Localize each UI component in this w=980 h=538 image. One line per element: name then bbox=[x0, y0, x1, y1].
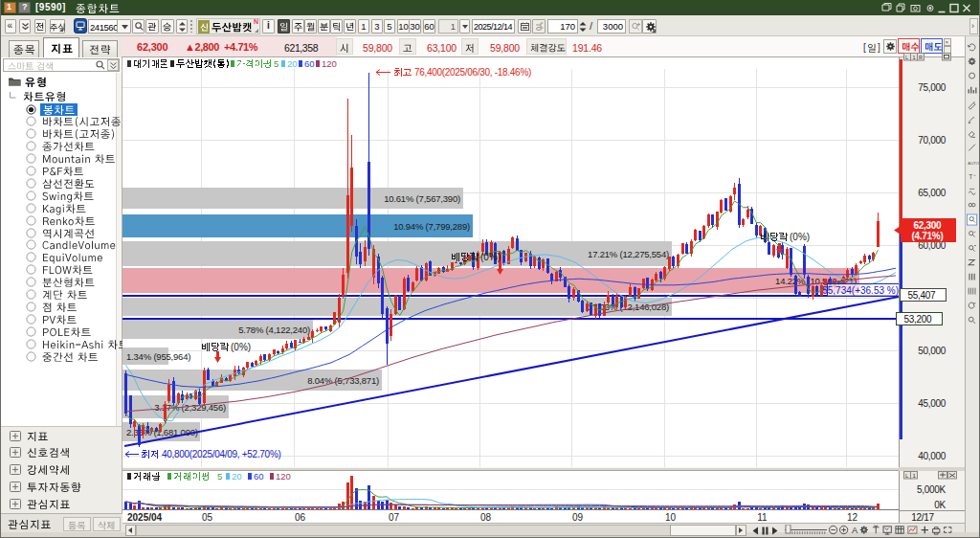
svg-text:+: + bbox=[973, 172, 976, 177]
svg-text:5: 5 bbox=[274, 58, 278, 69]
svg-text:55,734(+36.53 %): 55,734(+36.53 %) bbox=[822, 285, 899, 296]
svg-text:AUTO: AUTO bbox=[968, 161, 979, 166]
svg-text:11: 11 bbox=[757, 512, 768, 523]
svg-text:120: 120 bbox=[276, 471, 291, 482]
svg-text:5.78% (4,122,240): 5.78% (4,122,240) bbox=[238, 325, 310, 335]
svg-text:T: T bbox=[969, 173, 972, 180]
svg-text:2.36% (1,681,090): 2.36% (1,681,090) bbox=[126, 427, 198, 437]
svg-text:R: R bbox=[919, 55, 923, 60]
svg-text:60: 60 bbox=[304, 58, 315, 69]
svg-text:20: 20 bbox=[287, 58, 298, 69]
svg-text:12: 12 bbox=[847, 512, 858, 523]
svg-text:(0%): (0%) bbox=[231, 342, 251, 352]
svg-text:08: 08 bbox=[480, 512, 492, 523]
svg-text:1: 1 bbox=[913, 55, 916, 60]
svg-text:120: 120 bbox=[322, 58, 337, 69]
svg-text:20: 20 bbox=[232, 471, 242, 482]
svg-text:06: 06 bbox=[295, 512, 306, 523]
svg-text:10.61% (7,567,390): 10.61% (7,567,390) bbox=[384, 193, 460, 204]
svg-text:09: 09 bbox=[572, 512, 584, 523]
svg-text:10.94% (7,799,289): 10.94% (7,799,289) bbox=[393, 221, 470, 232]
svg-text:07: 07 bbox=[389, 512, 400, 523]
svg-text:(0%): (0%) bbox=[790, 232, 810, 242]
svg-text:+: + bbox=[973, 229, 976, 234]
svg-text:A: A bbox=[852, 526, 858, 535]
svg-text:10: 10 bbox=[665, 512, 677, 523]
svg-text:(0%): (0%) bbox=[480, 252, 501, 262]
svg-text:05: 05 bbox=[202, 512, 213, 523]
svg-text:1.34% (955,964): 1.34% (955,964) bbox=[126, 351, 190, 362]
svg-text:2025/04: 2025/04 bbox=[127, 512, 163, 523]
svg-text:60: 60 bbox=[254, 471, 264, 482]
svg-text:40,800(2025/04/09, +52.70%): 40,800(2025/04/09, +52.70%) bbox=[162, 449, 281, 460]
svg-text:5: 5 bbox=[217, 471, 222, 482]
svg-text:L: L bbox=[905, 55, 908, 60]
svg-text:17.21% (12,275,554): 17.21% (12,275,554) bbox=[588, 249, 669, 259]
svg-text:76,400(2025/06/30, -18.46%): 76,400(2025/06/30, -18.46%) bbox=[414, 67, 531, 78]
